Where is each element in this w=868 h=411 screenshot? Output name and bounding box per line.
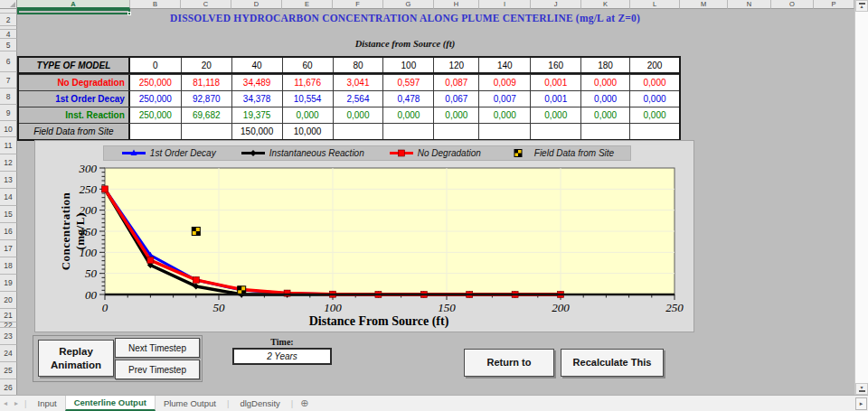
row-header-26[interactable]: 26 xyxy=(0,379,17,395)
tab-centerline-output[interactable]: Centerline Output xyxy=(65,396,156,411)
value-cell[interactable]: 0,009 xyxy=(478,75,530,90)
value-cell[interactable] xyxy=(530,124,580,139)
value-cell[interactable]: 0,000 xyxy=(629,107,679,123)
column-header-D[interactable]: D xyxy=(231,0,282,9)
column-header-J[interactable]: J xyxy=(531,0,581,9)
distance-header-cell[interactable]: 160 xyxy=(530,58,580,72)
scroll-down-button[interactable]: ▾ xyxy=(855,383,868,395)
column-header-C[interactable]: C xyxy=(181,0,231,9)
column-header-E[interactable]: E xyxy=(282,0,333,9)
column-header-G[interactable]: G xyxy=(383,0,434,9)
row-header-10[interactable]: 10 xyxy=(0,121,17,137)
row-header-17[interactable]: 17 xyxy=(0,240,17,257)
distance-header-cell[interactable]: 0 xyxy=(130,58,181,72)
value-cell[interactable]: 250,000 xyxy=(130,107,181,123)
new-sheet-button[interactable]: ⊕ xyxy=(296,397,313,409)
value-cell[interactable]: 0,087 xyxy=(433,75,478,90)
row-header-25[interactable]: 25 xyxy=(0,362,17,379)
value-cell[interactable]: 19,375 xyxy=(231,107,282,123)
value-cell[interactable]: 11,676 xyxy=(282,75,333,90)
value-cell[interactable] xyxy=(629,124,679,139)
distance-header-cell[interactable]: 20 xyxy=(181,58,231,72)
model-label[interactable]: No Degradation xyxy=(19,75,130,90)
distance-header-cell[interactable]: 40 xyxy=(231,58,282,72)
row-header-20[interactable]: 20 xyxy=(0,292,17,309)
value-cell[interactable]: 0,478 xyxy=(382,91,433,107)
value-cell[interactable]: 0,000 xyxy=(333,107,383,123)
value-cell[interactable]: 10,554 xyxy=(282,91,333,107)
distance-header-cell[interactable]: 180 xyxy=(580,58,629,72)
value-cell[interactable]: 0,000 xyxy=(580,91,629,107)
value-cell[interactable]: 0,000 xyxy=(629,91,679,107)
tab-plume-output[interactable]: Plume Output xyxy=(156,396,224,411)
value-cell[interactable]: 0,000 xyxy=(282,107,333,123)
model-label[interactable]: Inst. Reaction xyxy=(19,107,130,123)
value-cell[interactable]: 0,597 xyxy=(382,75,433,90)
value-cell[interactable] xyxy=(478,124,530,139)
distance-header-cell[interactable]: 60 xyxy=(282,58,333,72)
value-cell[interactable]: 250,000 xyxy=(130,75,181,90)
replay-animation-button[interactable]: Replay Animation xyxy=(38,340,114,377)
prev-timestep-button[interactable]: Prev Timestep xyxy=(115,360,200,379)
value-cell[interactable]: 0,000 xyxy=(580,75,629,90)
value-cell[interactable]: 0,000 xyxy=(382,107,433,123)
value-cell[interactable]: 0,001 xyxy=(530,75,580,90)
value-cell[interactable]: 250,000 xyxy=(130,91,181,107)
value-cell[interactable]: 0,000 xyxy=(478,107,530,123)
row-header-4[interactable]: 4 xyxy=(0,30,17,39)
value-cell[interactable]: 34,489 xyxy=(231,75,282,90)
return-to-button[interactable]: Return to xyxy=(464,349,554,377)
value-cell[interactable]: 34,378 xyxy=(231,91,282,107)
tab-input[interactable]: Input xyxy=(30,396,65,411)
distance-header-cell[interactable]: 140 xyxy=(478,58,530,72)
distance-header-cell[interactable]: 200 xyxy=(629,58,679,72)
row-header-14[interactable]: 14 xyxy=(0,189,17,206)
recalculate-button[interactable]: Recalculate This xyxy=(561,349,664,377)
table-corner-header[interactable]: TYPE OF MODEL xyxy=(19,58,130,72)
select-all-corner[interactable] xyxy=(0,0,17,9)
row-header-16[interactable]: 16 xyxy=(0,223,17,240)
value-cell[interactable] xyxy=(433,124,478,139)
column-header-A[interactable]: A xyxy=(17,0,130,9)
column-header-O[interactable]: O xyxy=(771,0,814,9)
tab-dlgdensity[interactable]: dlgDensity xyxy=(231,396,288,411)
tab-nav-right-icon[interactable]: ▸ xyxy=(11,399,22,407)
row-header-13[interactable]: 13 xyxy=(0,172,17,189)
row-header-15[interactable]: 15 xyxy=(0,206,17,223)
row-header-6[interactable]: 6 xyxy=(0,51,17,72)
column-header-M[interactable]: M xyxy=(680,0,728,9)
value-cell[interactable] xyxy=(382,124,433,139)
value-cell[interactable]: 0,000 xyxy=(629,75,679,90)
concentration-chart[interactable]: 0050100150200250300050100150200250Distan… xyxy=(34,140,694,332)
value-cell[interactable]: 0,000 xyxy=(580,107,629,123)
column-header-L[interactable]: L xyxy=(630,0,680,9)
value-cell[interactable]: 10,000 xyxy=(282,124,333,139)
column-header-P[interactable]: P xyxy=(814,0,854,9)
value-cell[interactable]: 0,007 xyxy=(478,91,530,107)
row-header-5[interactable]: 5 xyxy=(0,39,17,51)
value-cell[interactable]: 92,870 xyxy=(181,91,231,107)
row-header-12[interactable]: 12 xyxy=(0,154,17,172)
value-cell[interactable]: 3,041 xyxy=(333,75,383,90)
value-cell[interactable] xyxy=(580,124,629,139)
value-cell[interactable] xyxy=(333,124,383,139)
row-header-11[interactable]: 11 xyxy=(0,137,17,154)
value-cell[interactable]: 0,000 xyxy=(433,107,478,123)
value-cell[interactable]: 0,001 xyxy=(530,91,580,107)
row-header-19[interactable]: 19 xyxy=(0,275,17,292)
value-cell[interactable] xyxy=(181,124,231,139)
row-header-24[interactable]: 24 xyxy=(0,345,17,362)
tab-nav-left-icon[interactable]: ◂ xyxy=(0,399,11,407)
value-cell[interactable]: 0,000 xyxy=(530,107,580,123)
column-header-N[interactable]: N xyxy=(728,0,771,9)
row-header-2[interactable]: 2 xyxy=(0,14,17,26)
column-header-F[interactable]: F xyxy=(333,0,383,9)
scroll-up-button[interactable]: ▴ xyxy=(855,0,868,12)
row-header-8[interactable]: 8 xyxy=(0,89,17,105)
value-cell[interactable]: 81,118 xyxy=(181,75,231,90)
row-header-18[interactable]: 18 xyxy=(0,257,17,275)
column-header-H[interactable]: H xyxy=(434,0,479,9)
value-cell[interactable] xyxy=(130,124,181,139)
time-value-box[interactable]: 2 Years xyxy=(232,348,332,365)
value-cell[interactable]: 150,000 xyxy=(231,124,282,139)
